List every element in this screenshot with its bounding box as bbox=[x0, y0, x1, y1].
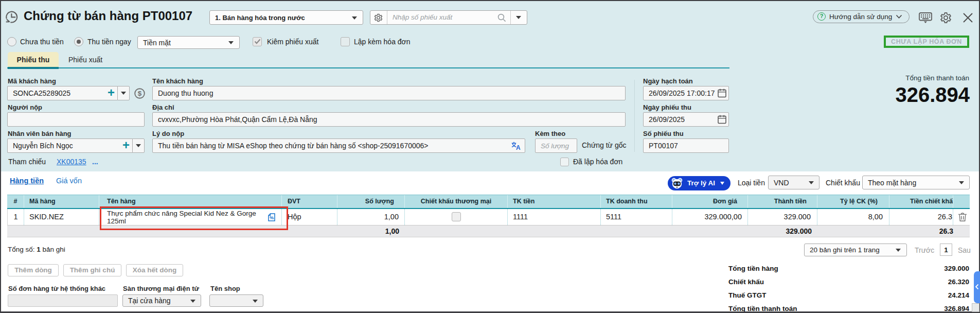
svg-text:A: A bbox=[516, 144, 521, 150]
svg-text:$: $ bbox=[138, 90, 142, 97]
